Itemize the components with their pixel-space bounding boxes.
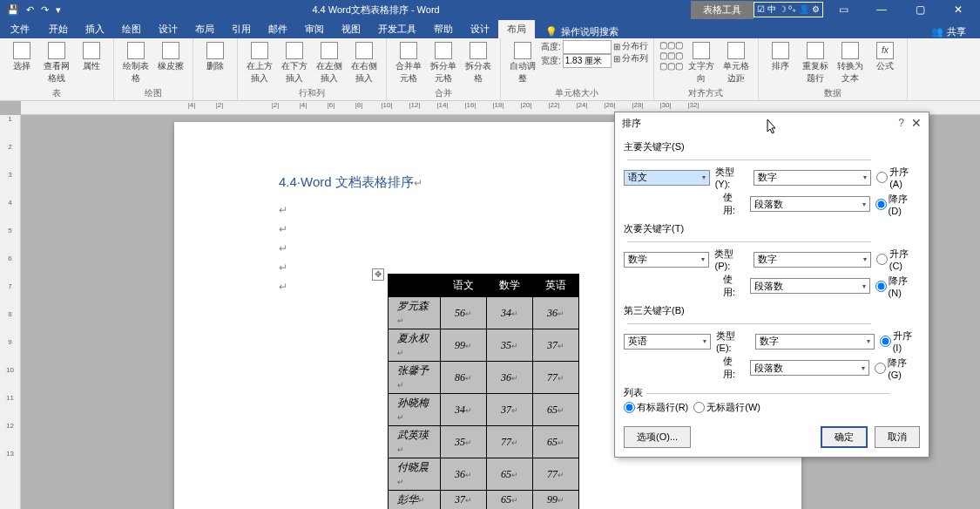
insert-right-button[interactable]: 在右侧插入 bbox=[348, 40, 381, 85]
sort-button[interactable]: 排序 bbox=[764, 40, 797, 72]
third-type-select[interactable]: 数字▾ bbox=[755, 334, 875, 350]
header-row-radio[interactable]: 有标题行(R) bbox=[624, 401, 688, 414]
tab-insert[interactable]: 插入 bbox=[77, 20, 113, 38]
table-move-handle[interactable]: ✥ bbox=[372, 268, 384, 281]
table-row[interactable]: 张馨予↵86↵36↵77↵ bbox=[389, 362, 579, 394]
tab-layout[interactable]: 布局 bbox=[186, 20, 223, 38]
ime-icons[interactable]: ☑ 中 ☽ ⁰₊ 👤 ⚙ bbox=[754, 2, 823, 17]
primary-type-select[interactable]: 数字▾ bbox=[754, 170, 871, 186]
draw-table-button[interactable]: 绘制表格 bbox=[119, 40, 152, 85]
context-tab: 表格工具 bbox=[691, 1, 754, 19]
secondary-type-select[interactable]: 数字▾ bbox=[754, 252, 871, 268]
undo-icon[interactable]: ↶ bbox=[26, 4, 34, 16]
tab-home[interactable]: 开始 bbox=[40, 20, 77, 38]
primary-asc-radio[interactable]: 升序(A) bbox=[876, 166, 920, 189]
ribbon: 选择 查看网格线 属性 表 绘制表格 橡皮擦 绘图 删除 在上方插入 在下方插入… bbox=[0, 38, 980, 101]
view-gridlines-button[interactable]: 查看网格线 bbox=[40, 40, 73, 85]
group-merge: 合并单元格 拆分单元格 拆分表格 合并 bbox=[387, 38, 501, 100]
table-row[interactable]: 武英瑛↵35↵77↵65↵ bbox=[389, 426, 579, 458]
align-grid[interactable]: ▢▢▢▢▢▢▢▢▢ bbox=[659, 40, 683, 71]
tab-view[interactable]: 视图 bbox=[333, 20, 369, 38]
ribbon-tabs: 文件 开始 插入 绘图 设计 布局 引用 邮件 审阅 视图 开发工具 帮助 设计… bbox=[0, 19, 980, 38]
tab-mailings[interactable]: 邮件 bbox=[260, 20, 296, 38]
third-desc-radio[interactable]: 降序(G) bbox=[875, 356, 920, 380]
tab-help[interactable]: 帮助 bbox=[425, 20, 462, 38]
split-cells-button[interactable]: 拆分单元格 bbox=[427, 40, 460, 85]
dialog-close-icon[interactable]: ✕ bbox=[911, 116, 922, 130]
dialog-title: 排序 bbox=[622, 117, 898, 130]
ribbon-options-icon[interactable]: ▭ bbox=[825, 0, 862, 19]
tab-file[interactable]: 文件 bbox=[0, 20, 40, 38]
table-row[interactable]: 夏永权↵99↵35↵37↵ bbox=[389, 329, 579, 362]
cell-margins-button[interactable]: 单元格边距 bbox=[720, 40, 753, 85]
cancel-button[interactable]: 取消 bbox=[875, 426, 920, 448]
tab-table-design[interactable]: 设计 bbox=[462, 20, 498, 38]
document-heading: 4.4·Word 文档表格排序↵ bbox=[279, 174, 422, 191]
share-button[interactable]: 👥 共享 bbox=[931, 25, 966, 38]
table-header[interactable]: 语文 bbox=[441, 275, 487, 297]
tab-table-layout[interactable]: 布局 bbox=[498, 20, 535, 38]
third-using-select[interactable]: 段落数▾ bbox=[750, 360, 870, 376]
table-header[interactable]: 英语 bbox=[533, 275, 579, 297]
select-button[interactable]: 选择 bbox=[5, 40, 38, 72]
text-direction-button[interactable]: 文字方向 bbox=[685, 40, 718, 85]
dialog-titlebar[interactable]: 排序 ? ✕ bbox=[615, 112, 929, 133]
autofit-button[interactable]: 自动调整 bbox=[506, 40, 539, 85]
split-table-button[interactable]: 拆分表格 bbox=[462, 40, 495, 85]
width-label: 宽度: bbox=[541, 55, 561, 67]
insert-below-button[interactable]: 在下方插入 bbox=[278, 40, 311, 85]
third-key-label: 第三关键字(B) bbox=[624, 304, 920, 328]
primary-key-select[interactable]: 语文▾ bbox=[624, 170, 710, 186]
insert-above-button[interactable]: 在上方插入 bbox=[243, 40, 276, 85]
secondary-asc-radio[interactable]: 升序(C) bbox=[876, 248, 920, 271]
width-input[interactable] bbox=[563, 54, 612, 68]
repeat-header-button[interactable]: 重复标题行 bbox=[799, 40, 832, 85]
tab-developer[interactable]: 开发工具 bbox=[369, 20, 425, 38]
tab-draw[interactable]: 绘图 bbox=[113, 20, 150, 38]
delete-button[interactable]: 删除 bbox=[199, 40, 232, 72]
list-section-label: 列表 bbox=[624, 386, 920, 399]
formula-button[interactable]: fx公式 bbox=[868, 40, 902, 72]
distribute-rows-button[interactable]: ⊞ 分布行 bbox=[613, 40, 648, 52]
maximize-icon[interactable]: ▢ bbox=[902, 0, 938, 19]
redo-icon[interactable]: ↷ bbox=[41, 4, 49, 16]
minimize-icon[interactable]: — bbox=[863, 0, 900, 19]
table-row[interactable]: 罗元森↵56↵34↵36↵ bbox=[389, 297, 579, 329]
table-wrapper: ✥ 语文数学英语 罗元森↵56↵34↵36↵夏永权↵99↵35↵37↵张馨予↵8… bbox=[388, 274, 579, 509]
group-rows-cols: 在上方插入 在下方插入 在左侧插入 在右侧插入 行和列 bbox=[238, 38, 387, 100]
primary-desc-radio[interactable]: 降序(D) bbox=[875, 193, 920, 216]
tell-me-search[interactable]: 💡 操作说明搜索 bbox=[545, 25, 618, 38]
title-bar: 💾 ↶ ↷ ▾ 4.4 Word文档表格排序 - Word 表格工具 ☑ 中 ☽… bbox=[0, 0, 980, 19]
secondary-key-select[interactable]: 数学▾ bbox=[624, 252, 709, 268]
tab-review[interactable]: 审阅 bbox=[296, 20, 333, 38]
height-input[interactable] bbox=[563, 40, 612, 54]
properties-button[interactable]: 属性 bbox=[75, 40, 108, 72]
table-row[interactable]: 彭华↵37↵65↵99↵ bbox=[389, 491, 579, 510]
merge-cells-button[interactable]: 合并单元格 bbox=[392, 40, 425, 85]
tab-references[interactable]: 引用 bbox=[223, 20, 260, 38]
third-key-select[interactable]: 英语▾ bbox=[624, 334, 711, 350]
group-table: 选择 查看网格线 属性 表 bbox=[0, 38, 114, 100]
no-header-row-radio[interactable]: 无标题行(W) bbox=[693, 401, 760, 414]
third-asc-radio[interactable]: 升序(I) bbox=[880, 329, 920, 353]
table-row[interactable]: 付晓晨↵36↵65↵77↵ bbox=[389, 458, 579, 491]
secondary-desc-radio[interactable]: 降序(N) bbox=[875, 275, 920, 298]
table-header[interactable]: 数学 bbox=[487, 275, 533, 297]
eraser-button[interactable]: 橡皮擦 bbox=[154, 40, 187, 72]
paragraph-marks: ↵↵↵↵↵ bbox=[279, 200, 287, 296]
close-icon[interactable]: ✕ bbox=[940, 0, 977, 19]
tab-design[interactable]: 设计 bbox=[150, 20, 186, 38]
insert-left-button[interactable]: 在左侧插入 bbox=[313, 40, 346, 85]
convert-text-button[interactable]: 转换为文本 bbox=[834, 40, 867, 85]
primary-using-select[interactable]: 段落数▾ bbox=[750, 196, 870, 212]
vertical-ruler[interactable]: 12345678910111213 bbox=[0, 115, 21, 509]
distribute-cols-button[interactable]: ⊞ 分布列 bbox=[613, 52, 648, 64]
table-row[interactable]: 孙晓梅↵34↵37↵65↵ bbox=[389, 394, 579, 426]
secondary-using-select[interactable]: 段落数▾ bbox=[750, 278, 870, 294]
help-icon[interactable]: ? bbox=[898, 117, 904, 129]
options-button[interactable]: 选项(O)... bbox=[624, 426, 691, 448]
save-icon[interactable]: 💾 bbox=[7, 4, 19, 16]
table-header[interactable] bbox=[389, 275, 441, 297]
data-table[interactable]: 语文数学英语 罗元森↵56↵34↵36↵夏永权↵99↵35↵37↵张馨予↵86↵… bbox=[388, 274, 579, 509]
ok-button[interactable]: 确定 bbox=[821, 426, 868, 448]
